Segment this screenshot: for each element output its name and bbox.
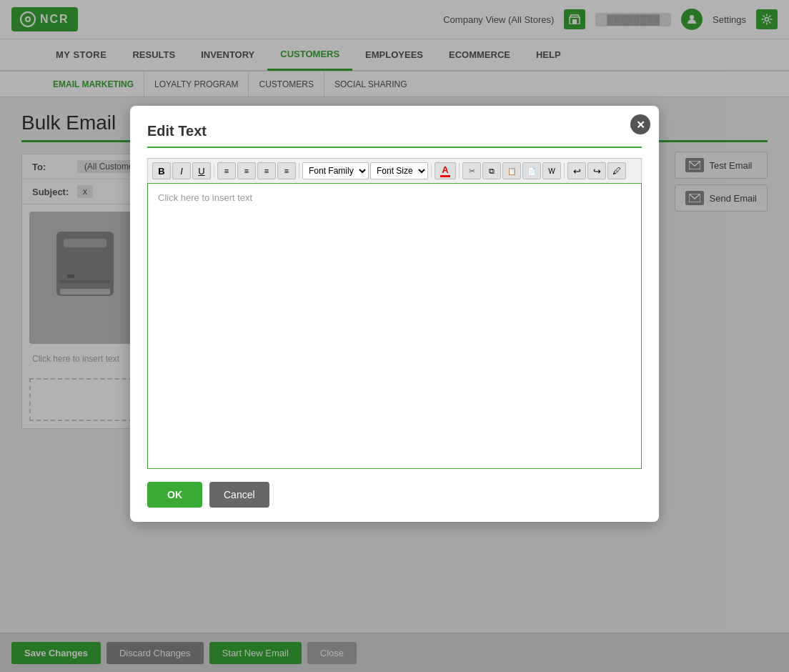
toolbar-separator-2 bbox=[299, 164, 299, 178]
align-right-button[interactable]: ≡ bbox=[257, 162, 276, 179]
font-family-select[interactable]: Font Family bbox=[302, 162, 369, 179]
close-icon: ✕ bbox=[636, 119, 645, 130]
editor-body[interactable]: Click here to insert text bbox=[147, 183, 642, 469]
toolbar-separator-1 bbox=[214, 164, 214, 178]
italic-button[interactable]: I bbox=[172, 162, 191, 179]
align-left-button[interactable]: ≡ bbox=[217, 162, 236, 179]
modal-overlay: ✕ Edit Text B I U ≡ ≡ ≡ ≡ Font Family Fo… bbox=[0, 0, 789, 672]
align-center-button[interactable]: ≡ bbox=[237, 162, 256, 179]
modal-close-button[interactable]: ✕ bbox=[630, 114, 650, 134]
modal-footer: OK Cancel bbox=[147, 482, 642, 508]
paste-button[interactable]: 📋 bbox=[502, 162, 521, 179]
eraser-button[interactable]: 🖊 bbox=[607, 162, 626, 179]
justify-button[interactable]: ≡ bbox=[277, 162, 296, 179]
paste-word-button[interactable]: W bbox=[542, 162, 561, 179]
font-color-a: A bbox=[442, 165, 448, 174]
toolbar-separator-3 bbox=[431, 164, 432, 178]
modal: ✕ Edit Text B I U ≡ ≡ ≡ ≡ Font Family Fo… bbox=[130, 106, 659, 522]
ok-button[interactable]: OK bbox=[147, 482, 202, 508]
toolbar-separator-5 bbox=[564, 164, 565, 178]
modal-divider bbox=[147, 147, 642, 148]
modal-title: Edit Text bbox=[147, 123, 642, 139]
redo-button[interactable]: ↪ bbox=[587, 162, 606, 179]
cut-button[interactable]: ✂ bbox=[462, 162, 481, 179]
font-color-button[interactable]: A bbox=[435, 162, 456, 179]
cancel-button[interactable]: Cancel bbox=[209, 482, 269, 508]
undo-button[interactable]: ↩ bbox=[567, 162, 586, 179]
editor-toolbar: B I U ≡ ≡ ≡ ≡ Font Family Font Size A ✂ … bbox=[147, 158, 642, 183]
bold-button[interactable]: B bbox=[152, 162, 171, 179]
font-size-select[interactable]: Font Size bbox=[370, 162, 428, 179]
toolbar-separator-4 bbox=[459, 164, 460, 178]
editor-placeholder: Click here to insert text bbox=[158, 192, 252, 203]
underline-button[interactable]: U bbox=[192, 162, 211, 179]
copy-button[interactable]: ⧉ bbox=[482, 162, 501, 179]
paste-text-button[interactable]: 📄 bbox=[522, 162, 541, 179]
font-color-bar bbox=[440, 175, 450, 177]
